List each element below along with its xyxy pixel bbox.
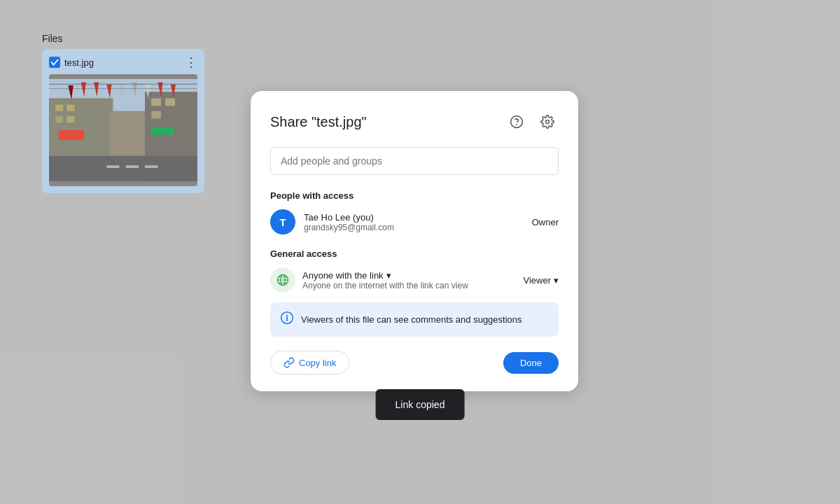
svg-rect-9	[165, 98, 175, 106]
link-icon-circle	[270, 267, 295, 293]
svg-rect-4	[55, 104, 63, 111]
viewer-dropdown-chevron: ▾	[554, 275, 559, 286]
file-card-header: test.jpg ⋮	[49, 56, 197, 69]
help-button[interactable]	[505, 111, 528, 133]
dialog-header: Share "test.jpg"	[270, 111, 559, 133]
person-left: T Tae Ho Lee (you) grandsky95@gmail.com	[270, 209, 394, 234]
avatar: T	[270, 209, 295, 234]
person-info: Tae Ho Lee (you) grandsky95@gmail.com	[304, 212, 394, 232]
access-left: Anyone with the link ▾ Anyone on the int…	[270, 267, 468, 293]
svg-rect-5	[67, 104, 75, 111]
file-thumbnail	[49, 74, 197, 186]
svg-point-30	[546, 120, 550, 124]
file-checkbox[interactable]	[49, 57, 60, 68]
viewer-dropdown[interactable]: Viewer ▾	[523, 275, 559, 286]
help-icon	[510, 115, 524, 129]
done-label: Done	[520, 358, 542, 368]
more-options-icon[interactable]: ⋮	[185, 56, 197, 69]
access-type-chevron: ▾	[386, 270, 391, 281]
toast-notification: Link copied	[376, 389, 465, 420]
svg-rect-10	[151, 111, 161, 119]
person-email: grandsky95@gmail.com	[304, 223, 394, 232]
info-banner-text: Viewers of this file can see comments an…	[301, 314, 522, 325]
done-button[interactable]: Done	[503, 352, 559, 374]
general-access-title: General access	[270, 248, 559, 259]
file-card-header-left: test.jpg	[49, 57, 94, 68]
dialog-icons	[505, 111, 559, 133]
svg-rect-25	[145, 165, 158, 168]
info-circle-icon	[280, 311, 294, 325]
settings-button[interactable]	[536, 111, 559, 133]
link-icon	[284, 357, 295, 368]
people-section-title: People with access	[270, 190, 559, 201]
search-input-wrap[interactable]	[270, 147, 559, 175]
globe-icon	[276, 273, 290, 287]
files-label: Files	[42, 33, 63, 44]
svg-rect-27	[151, 127, 174, 134]
search-input[interactable]	[281, 155, 548, 167]
checkmark-icon	[50, 58, 59, 66]
info-banner: Viewers of this file can see comments an…	[270, 302, 559, 337]
svg-rect-6	[55, 116, 63, 122]
person-row: T Tae Ho Lee (you) grandsky95@gmail.com …	[270, 209, 559, 234]
share-dialog: Share "test.jpg" People with access	[251, 91, 578, 391]
svg-rect-24	[126, 165, 139, 168]
access-row: Anyone with the link ▾ Anyone on the int…	[270, 267, 559, 293]
svg-point-38	[286, 314, 288, 316]
svg-rect-7	[67, 116, 75, 122]
copy-link-button[interactable]: Copy link	[270, 351, 349, 374]
svg-rect-26	[59, 130, 85, 140]
file-name: test.jpg	[64, 57, 94, 68]
gear-icon	[540, 115, 554, 129]
access-type-label: Anyone with the link	[302, 270, 384, 281]
svg-rect-11	[49, 156, 197, 182]
dialog-footer: Copy link Done	[270, 351, 559, 374]
access-subtext: Anyone on the internet with the link can…	[302, 281, 468, 290]
thumbnail-image	[49, 74, 197, 186]
access-info: Anyone with the link ▾ Anyone on the int…	[302, 270, 468, 290]
svg-rect-23	[106, 165, 119, 168]
info-icon	[280, 311, 294, 328]
person-name: Tae Ho Lee (you)	[304, 212, 394, 223]
dialog-title: Share "test.jpg"	[270, 114, 367, 130]
access-type[interactable]: Anyone with the link ▾	[302, 270, 468, 281]
copy-link-label: Copy link	[299, 358, 336, 368]
svg-rect-8	[151, 98, 161, 106]
viewer-label: Viewer	[523, 275, 551, 286]
toast-message: Link copied	[396, 399, 445, 410]
file-card[interactable]: test.jpg ⋮	[42, 49, 204, 193]
person-role: Owner	[532, 217, 559, 227]
